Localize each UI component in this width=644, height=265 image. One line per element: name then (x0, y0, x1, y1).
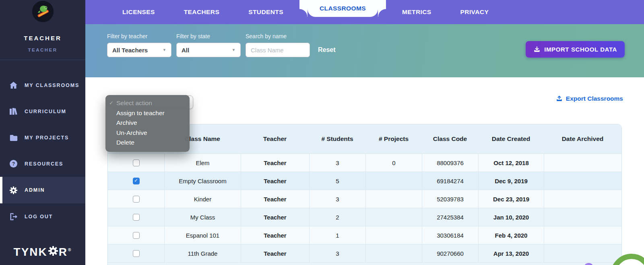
sidebar-item-my-classrooms[interactable]: MY CLASSROOMS (0, 72, 85, 98)
cell-class_name: Elem (164, 154, 241, 172)
cell-projects (365, 208, 422, 226)
sidebar-item-resources[interactable]: ? RESOURCES (0, 151, 85, 177)
filter-state-label: Filter by state (176, 33, 241, 39)
top-nav: LICENSES TEACHERS STUDENTS CLASSROOMS ME… (85, 0, 644, 24)
table-row[interactable]: ElemTeacher3088009376Oct 12, 2018 (108, 153, 621, 172)
svg-text:?: ? (12, 161, 15, 167)
cell-date_created: Feb 4, 2020 (478, 226, 544, 244)
reset-button[interactable]: Reset (318, 43, 336, 57)
row-checkbox[interactable] (133, 159, 140, 166)
cell-projects (365, 226, 422, 244)
header-projects: # Projects (365, 124, 422, 153)
table-row[interactable]: Espanol 101Teacher130306184Feb 4, 2020 (108, 226, 621, 244)
export-classrooms-link[interactable]: Export Classrooms (556, 95, 623, 102)
avatar[interactable] (32, 1, 54, 22)
cell-checkbox (108, 190, 164, 208)
user-name: TEACHER (0, 35, 85, 41)
filter-teacher-select[interactable]: All Teachers ▼ (107, 43, 171, 57)
cell-teacher: Teacher (241, 208, 309, 226)
import-school-data-button[interactable]: IMPORT SCHOOL DATA (526, 41, 625, 58)
row-checkbox[interactable] (133, 250, 140, 257)
row-checkbox[interactable] (133, 232, 140, 239)
sidebar-item-log-out[interactable]: LOG OUT (0, 203, 85, 230)
cell-students: 3 (309, 154, 365, 172)
filter-state-select[interactable]: All ▼ (176, 43, 241, 57)
cell-checkbox (108, 172, 164, 190)
gear-glyph-icon (48, 246, 58, 259)
cell-class_name: Espanol 101 (164, 226, 241, 244)
filter-teacher-label: Filter by teacher (107, 33, 171, 39)
table-row[interactable]: Empty ClassroomTeacher569184274Dec 9, 20… (108, 172, 621, 190)
cell-date_archived (544, 154, 621, 172)
tab-classrooms[interactable]: CLASSROOMS (308, 0, 378, 17)
table-row[interactable]: KinderTeacher352039783Dec 23, 2019 (108, 190, 621, 208)
cell-checkbox (108, 244, 164, 262)
cell-teacher: Teacher (241, 172, 309, 190)
table-row-partial (108, 262, 621, 265)
cell-date_archived (544, 244, 621, 262)
cell-projects: 0 (365, 154, 422, 172)
sidebar-item-my-projects[interactable]: MY PROJECTS (0, 124, 85, 151)
menu-item-archive[interactable]: Archive (105, 118, 190, 128)
cell-date_archived (544, 208, 621, 226)
export-icon (556, 95, 563, 102)
table-row[interactable]: My ClassTeacher227425384Jan 10, 2020 (108, 208, 621, 226)
cell-checkbox (108, 226, 164, 244)
search-label: Search by name (246, 33, 310, 39)
tab-licenses[interactable]: LICENSES (108, 0, 169, 24)
header-date-created: Date Created (478, 124, 544, 153)
sidebar-item-curriculum[interactable]: CURRICULUM (0, 98, 85, 124)
search-input[interactable] (246, 43, 310, 57)
filter-teacher-field: Filter by teacher All Teachers ▼ (107, 33, 171, 57)
menu-item-assign-to-teacher[interactable]: Assign to teacher (105, 108, 190, 118)
sidebar-item-label: RESOURCES (25, 161, 63, 167)
tab-privacy[interactable]: PRIVACY (446, 0, 504, 24)
tynker-logo-text: TYNK (14, 246, 47, 259)
cell-date_created: Jan 10, 2020 (478, 208, 544, 226)
chevron-down-icon: ▼ (232, 48, 235, 52)
search-field: Search by name (246, 33, 310, 57)
menu-item-label: Un-Archive (116, 129, 147, 136)
cell-students: 3 (309, 190, 365, 208)
chevron-down-icon: ▼ (163, 48, 166, 52)
logout-icon (9, 213, 18, 220)
sidebar: TEACHER TEACHER MY CLASSROOMS CURRICULUM… (0, 0, 85, 265)
header-students: # Students (309, 124, 365, 153)
row-checkbox[interactable] (133, 196, 140, 203)
cell-date_created: Oct 12, 2018 (478, 154, 544, 172)
menu-item-delete[interactable]: Delete (105, 138, 190, 148)
tab-teachers[interactable]: TEACHERS (169, 0, 234, 24)
cell-teacher: Teacher (241, 226, 309, 244)
filter-bar: Filter by teacher All Teachers ▼ Filter … (85, 24, 644, 77)
header-teacher: Teacher (241, 124, 309, 153)
sidebar-item-admin[interactable]: ADMIN (0, 177, 85, 203)
home-icon (9, 82, 18, 89)
row-checkbox-checked[interactable] (133, 178, 140, 184)
tab-metrics[interactable]: METRICS (388, 0, 446, 24)
books-icon (9, 108, 18, 115)
cell-checkbox (108, 154, 164, 172)
menu-item-un-archive[interactable]: Un-Archive (105, 128, 190, 138)
tynker-logo: TYNKR® (0, 246, 85, 259)
cell-date_created: Dec 23, 2019 (478, 190, 544, 208)
header-class-code: Class Code (422, 124, 478, 153)
menu-item-label: Archive (116, 119, 137, 126)
cell-students: 3 (309, 244, 365, 262)
row-checkbox[interactable] (133, 214, 140, 221)
menu-item-label: Assign to teacher (116, 110, 165, 116)
tab-students[interactable]: STUDENTS (234, 0, 298, 24)
table-row[interactable]: 11th GradeTeacher390270660Apr 13, 2020 (108, 244, 621, 262)
cell-class_code: 52039783 (422, 190, 478, 208)
sidebar-item-label: LOG OUT (25, 214, 53, 219)
cell-class_code: 88009376 (422, 154, 478, 172)
cell-date_created: Dec 9, 2019 (478, 172, 544, 190)
filter-state-value: All (182, 47, 189, 54)
mascot-icon (32, 1, 54, 22)
question-mark-icon: ? (626, 261, 637, 265)
tynker-logo-text-end: R (59, 246, 68, 259)
cell-class_name: My Class (164, 208, 241, 226)
cell-checkbox (108, 208, 164, 226)
menu-item-select-action[interactable]: ✓ Select action (105, 98, 190, 108)
registered-mark: ® (68, 248, 72, 252)
cell-class_code: 27425384 (422, 208, 478, 226)
